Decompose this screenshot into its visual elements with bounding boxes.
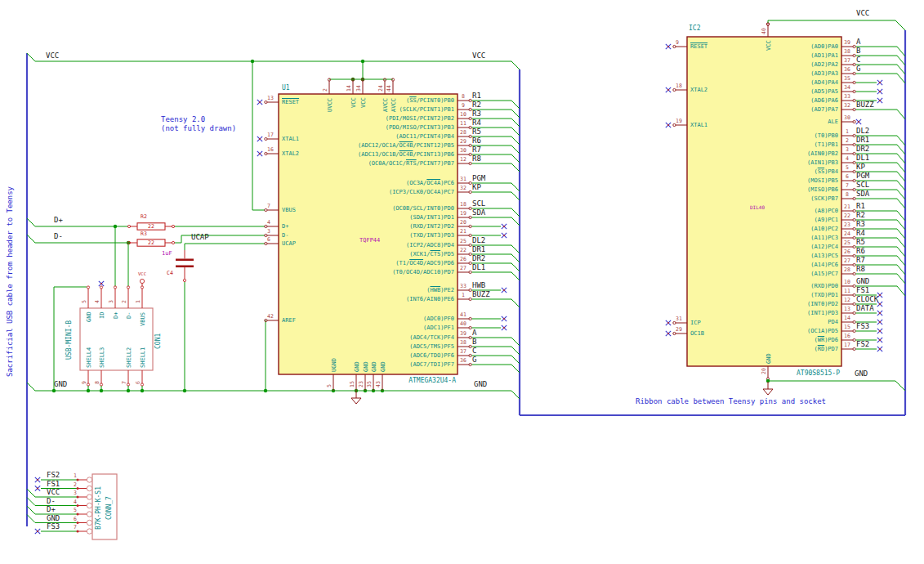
net-label-vcc-left: VCC [46,51,59,60]
wire-segment [897,199,905,208]
u1-pin-number: 18 [455,201,471,208]
ic2-pin-number: 8 [839,191,855,198]
note-teensy-line1: Teensy 2.0 [161,115,205,123]
ic2-pin-number: 28 [839,266,855,273]
con1-pin-number: 2 [121,300,127,303]
ic2-pin-number: 24 [839,231,855,237]
net-label: SDA [472,208,485,217]
ic2-pin-name: (INT1)PD3 [735,310,838,316]
u1-pin-name: (PDI/MOSI/PCINT2)PB2 [351,115,454,122]
u1-pin-name: D+ [282,223,288,230]
u1-pin-name: UGND [331,358,337,372]
no-connect-icon [503,327,505,329]
u1-pin-number: 40 [455,320,471,327]
net-label: DR2 [856,145,869,153]
net-label: R8 [472,154,481,163]
u1-pin-number: 12 [455,156,471,163]
u1-pin-name: (OC3A/OC4A)PC6 [351,180,454,186]
no-connect-icon [667,46,669,47]
pin-end-circle [140,279,144,283]
net-label: DATA [856,304,874,312]
con1-pin-name: ID [99,311,105,318]
u1-pin-name: (ICP2/ADC8)PD4 [351,242,454,248]
wire-segment [27,515,35,523]
ic2-pin-name: (AD6)PA6 [735,97,838,104]
ic2-pin-name: (AIN1)PB3 [735,159,838,166]
con1-pin-name: SHELL4 [86,347,92,368]
conn7-pin-circle [87,529,92,534]
wire-segment [511,356,520,364]
net-label: FS2 [47,471,60,479]
conn7-pin-circle [87,512,92,517]
net-label-gnd-right: GND [474,380,487,388]
u1-pin-name: AREF [282,317,296,324]
wire-segment [897,247,905,257]
ic2-pin-name: (SS)PB4 [735,168,838,175]
ic2-pin-name: (AD0)PA0 [735,43,838,50]
net-label: R6 [472,137,481,145]
conn7-pin-number: 6 [74,516,77,522]
u1-pin-number: 14 [346,85,352,92]
net-label: DL1 [856,154,869,162]
net-label: R5 [856,238,865,246]
ic2-pin-number: 25 [839,239,855,246]
con1-pin-name: GND [86,312,92,323]
net-label: R8 [856,265,865,273]
u1-pin-number: 15 [349,381,355,387]
ic2-pin-name: (A8)PC0 [735,208,838,214]
net-label-dplus: D+ [54,216,63,224]
net-label: PGM [472,174,485,182]
c4-reference: C4 [167,270,173,276]
con1-pin-name: D- [126,311,132,318]
net-label: DL1 [472,263,485,271]
wire-segment [897,274,905,284]
net-label: R2 [472,101,481,109]
u1-pin-number: 38 [455,339,471,346]
no-connect-icon [259,153,261,154]
u1-pin-name: GND [371,361,377,372]
ic2-part-number: AT90S8515-P [768,369,840,377]
ic2-pin-number: 30 [839,114,855,121]
con1-pin-number: 3 [108,300,114,303]
u1-pin-name: (ICP3/CLK0/OC4A)PC7 [351,189,454,195]
u1-pin-number: 33 [455,283,471,289]
u1-pin-number: 20 [455,219,471,226]
wire-segment [897,154,905,163]
wire-segment [511,119,520,127]
net-label: R7 [472,145,481,154]
ic2-pin-name: (MOSI)PB5 [735,177,838,184]
wire-segment [511,217,520,226]
net-label: D+ [47,505,56,513]
net-label: R7 [856,256,865,264]
net-label: R3 [856,220,865,228]
wire-segment [511,245,520,253]
pin-end-circle [766,23,769,25]
note-sacrificial-usb: Sacrificial USB cable from header to Tee… [6,186,14,377]
u1-pin-name: AVCC [391,98,397,112]
u1-pin-number: 7 [267,203,270,209]
ic2-pin-name: (A14)PC6 [735,262,838,268]
u1-pin-name: (ADC11/PCINT4)PB4 [351,133,454,140]
u1-pin-number: 43 [375,381,382,387]
u1-pin-name: (ADC6/TDO)PF6 [351,352,454,359]
ic2-pin-name: (AIN0)PB2 [735,150,838,157]
ic2-pin-name: GND [766,353,772,364]
net-label: R4 [856,229,865,237]
wire-segment [897,238,905,248]
con1-pin-number: 1 [135,300,141,303]
wire-segment [27,506,35,514]
net-label: DR2 [472,254,485,262]
net-label: R1 [472,92,481,100]
no-connect-icon [879,82,881,83]
ic2-pin-name: (WR)PD6 [735,337,838,343]
pin-end-circle [87,286,89,289]
no-connect-icon [879,100,881,101]
wire-segment [897,172,905,181]
net-label: R6 [856,247,865,255]
ic2-pin-number: 33 [839,93,855,100]
no-connect-icon [879,348,881,350]
u1-pin-name: (RXD/INT2)PD2 [351,223,454,230]
net-label: KP [472,183,481,191]
con1-pin-number: 6 [135,381,141,384]
wire-segment [27,383,35,391]
